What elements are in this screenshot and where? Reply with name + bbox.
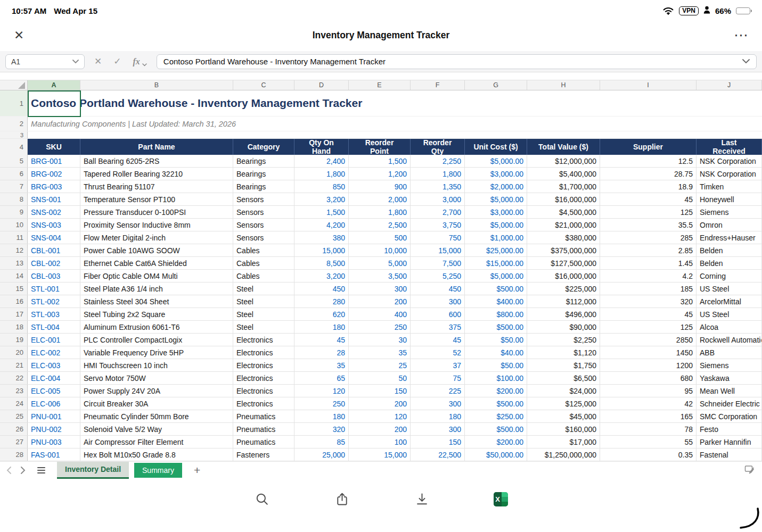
- cell-sku[interactable]: ELC-001: [28, 334, 80, 346]
- cell-qty-on-hand[interactable]: 250: [294, 397, 349, 410]
- cell-last-received[interactable]: ABB: [697, 346, 762, 359]
- cell-qty-on-hand[interactable]: 180: [294, 321, 349, 333]
- cell-reorder-qty[interactable]: 1,350: [411, 180, 465, 193]
- cell-reorder-point[interactable]: 1,500: [349, 155, 411, 167]
- cell-reorder-qty[interactable]: 150: [411, 436, 465, 448]
- sheet-options-icon[interactable]: [744, 465, 755, 476]
- cell-qty-on-hand[interactable]: 320: [294, 423, 349, 435]
- cell-total-value[interactable]: $1,700,000: [527, 180, 600, 193]
- accept-entry-icon[interactable]: ✓: [113, 56, 121, 67]
- cell-reorder-point[interactable]: 120: [349, 410, 411, 422]
- cell-supplier[interactable]: 285: [600, 231, 697, 244]
- cell-last-received[interactable]: Siemens: [697, 359, 762, 371]
- cell-last-received[interactable]: Parker Hannifin: [697, 436, 762, 448]
- cell-reorder-point[interactable]: 15,000: [349, 448, 411, 461]
- table-header-cell[interactable]: Category: [233, 139, 294, 155]
- cell-reorder-point[interactable]: 2,500: [349, 219, 411, 231]
- cell-reorder-qty[interactable]: 3,750: [411, 219, 465, 231]
- cell-last-received[interactable]: US Steel: [697, 308, 762, 320]
- cell-reorder-qty[interactable]: 15,000: [411, 244, 465, 256]
- cell-qty-on-hand[interactable]: 65: [294, 372, 349, 384]
- table-header-cell[interactable]: Supplier: [600, 139, 697, 155]
- cell-reorder-qty[interactable]: 37: [411, 359, 465, 371]
- cell-total-value[interactable]: $12,000,000: [527, 155, 600, 167]
- cell-unit-cost[interactable]: $50,000.00: [465, 448, 527, 461]
- cell-reorder-point[interactable]: 200: [349, 397, 411, 410]
- cell-part-name[interactable]: Proximity Sensor Inductive 8mm: [80, 219, 233, 231]
- cell-part-name[interactable]: HMI Touchscreen 10 inch: [80, 359, 233, 371]
- cell-sku[interactable]: PNU-003: [28, 436, 80, 448]
- cell-reorder-qty[interactable]: 300: [411, 423, 465, 435]
- cell-category[interactable]: Steel: [233, 282, 294, 295]
- cell-sku[interactable]: BRG-001: [28, 155, 80, 167]
- cell-supplier[interactable]: 1450: [600, 346, 697, 359]
- share-icon[interactable]: [334, 491, 350, 507]
- cell-part-name[interactable]: Thrust Bearing 51107: [80, 180, 233, 193]
- cell-category[interactable]: Steel: [233, 321, 294, 333]
- cell-supplier[interactable]: 680: [600, 372, 697, 384]
- sheet-tab-summary[interactable]: Summary: [134, 463, 182, 478]
- cell-last-received[interactable]: Festo: [697, 423, 762, 435]
- cell-qty-on-hand[interactable]: 850: [294, 180, 349, 193]
- cell-unit-cost[interactable]: $3,000.00: [465, 206, 527, 218]
- sheet-tab-inventory-detail[interactable]: Inventory Detail: [57, 462, 129, 479]
- cell-part-name[interactable]: Air Compressor Filter Element: [80, 436, 233, 448]
- cell-unit-cost[interactable]: $800.00: [465, 308, 527, 320]
- row-number[interactable]: 3: [0, 131, 28, 138]
- cell-supplier[interactable]: 125: [600, 321, 697, 333]
- cell-supplier[interactable]: 125: [600, 206, 697, 218]
- cell-qty-on-hand[interactable]: 380: [294, 231, 349, 244]
- cell-supplier[interactable]: 95: [600, 385, 697, 397]
- cell-total-value[interactable]: $16,000,000: [527, 270, 600, 282]
- cell-sku[interactable]: SNS-003: [28, 219, 80, 231]
- cell-qty-on-hand[interactable]: 85: [294, 436, 349, 448]
- column-header-A[interactable]: A: [28, 80, 80, 90]
- row-number[interactable]: 5: [0, 155, 28, 167]
- cell-qty-on-hand[interactable]: 280: [294, 295, 349, 307]
- cell-unit-cost[interactable]: $400.00: [465, 295, 527, 307]
- excel-app-icon[interactable]: X: [494, 492, 508, 506]
- expand-formula-bar-icon[interactable]: [742, 59, 750, 64]
- cell-category[interactable]: Bearings: [233, 155, 294, 167]
- cell-supplier[interactable]: 0.35: [600, 448, 697, 461]
- cell-supplier[interactable]: 2.85: [600, 244, 697, 256]
- cell-qty-on-hand[interactable]: 35: [294, 359, 349, 371]
- column-header-B[interactable]: B: [80, 80, 233, 90]
- table-header-cell[interactable]: Last Received: [697, 139, 762, 155]
- cell-sku[interactable]: ELC-004: [28, 372, 80, 384]
- cell-total-value[interactable]: $16,000,000: [527, 193, 600, 205]
- cell-reorder-qty[interactable]: 2,700: [411, 206, 465, 218]
- cell-category[interactable]: Sensors: [233, 193, 294, 205]
- row-number[interactable]: 16: [0, 295, 28, 307]
- cell-reorder-qty[interactable]: 300: [411, 295, 465, 307]
- cell-supplier[interactable]: 165: [600, 410, 697, 422]
- row-number[interactable]: 6: [0, 168, 28, 180]
- cell-part-name[interactable]: Tapered Roller Bearing 32210: [80, 168, 233, 180]
- table-header-cell[interactable]: Reorder Qty: [411, 139, 465, 155]
- cell-supplier[interactable]: 320: [600, 295, 697, 307]
- cell-part-name[interactable]: Temperature Sensor PT100: [80, 193, 233, 205]
- cell-last-received[interactable]: NSK Corporation: [697, 168, 762, 180]
- cell-total-value[interactable]: $380,000: [527, 231, 600, 244]
- cell-qty-on-hand[interactable]: 180: [294, 410, 349, 422]
- cell-reorder-qty[interactable]: 180: [411, 410, 465, 422]
- cell-unit-cost[interactable]: $50.00: [465, 359, 527, 371]
- cell-qty-on-hand[interactable]: 620: [294, 308, 349, 320]
- row-number[interactable]: 20: [0, 346, 28, 359]
- cell-category[interactable]: Electronics: [233, 334, 294, 346]
- row-number[interactable]: 28: [0, 448, 28, 461]
- cell-part-name[interactable]: Steel Plate A36 1/4 inch: [80, 282, 233, 295]
- cell-part-name[interactable]: Pneumatic Cylinder 50mm Bore: [80, 410, 233, 422]
- cell-last-received[interactable]: Timken: [697, 180, 762, 193]
- cell-reorder-qty[interactable]: 7,500: [411, 257, 465, 269]
- cell-qty-on-hand[interactable]: 3,200: [294, 270, 349, 282]
- column-header-C[interactable]: C: [233, 80, 294, 90]
- cell-unit-cost[interactable]: $3,000.00: [465, 168, 527, 180]
- insert-function-button[interactable]: fx: [133, 57, 147, 66]
- cell-part-name[interactable]: Ethernet Cable Cat6A Shielded: [80, 257, 233, 269]
- cell-category[interactable]: Pneumatics: [233, 423, 294, 435]
- cell-supplier[interactable]: 2850: [600, 334, 697, 346]
- cell-reorder-qty[interactable]: 75: [411, 372, 465, 384]
- column-header-F[interactable]: F: [411, 80, 465, 90]
- row-number[interactable]: 18: [0, 321, 28, 333]
